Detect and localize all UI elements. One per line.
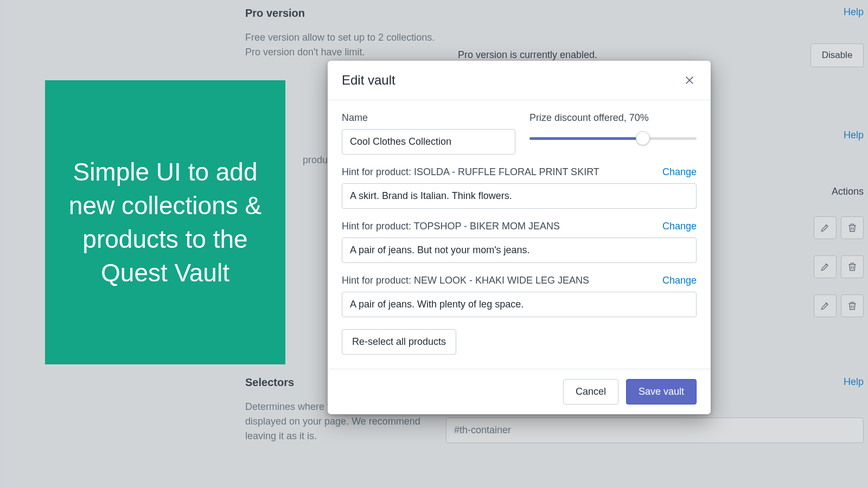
slider-thumb[interactable] xyxy=(636,131,650,145)
promo-callout-text: Simple UI to add new collections & produ… xyxy=(65,155,266,290)
save-vault-button-label: Save vault xyxy=(639,386,684,397)
promo-callout: Simple UI to add new collections & produ… xyxy=(45,80,285,364)
hint-2-label: Hint for product: TOPSHOP - BIKER MOM JE… xyxy=(342,221,560,232)
cancel-button[interactable]: Cancel xyxy=(563,379,618,404)
save-vault-button[interactable]: Save vault xyxy=(626,379,697,404)
name-label: Name xyxy=(342,112,515,124)
reselect-products-button[interactable]: Re-select all products xyxy=(342,329,456,355)
modal-footer: Cancel Save vault xyxy=(328,369,711,414)
modal-body: Name Prize discount offered, 70% Hint fo… xyxy=(328,100,711,369)
hint-3-change-link[interactable]: Change xyxy=(662,275,697,286)
discount-label: Prize discount offered, 70% xyxy=(529,112,697,124)
modal-header: Edit vault xyxy=(328,61,711,100)
hint-2-change-link[interactable]: Change xyxy=(662,221,697,232)
modal-title: Edit vault xyxy=(342,73,395,88)
hint-1-input[interactable] xyxy=(342,183,697,209)
edit-vault-modal: Edit vault Name Prize discount offered, … xyxy=(328,61,711,414)
hint-1-label: Hint for product: ISOLDA - RUFFLE FLORAL… xyxy=(342,166,599,178)
cancel-button-label: Cancel xyxy=(576,386,606,397)
slider-fill xyxy=(529,137,643,140)
hint-3-label: Hint for product: NEW LOOK - KHAKI WIDE … xyxy=(342,275,589,286)
hint-3-input[interactable] xyxy=(342,292,697,317)
left-edge-strip xyxy=(0,0,7,488)
hint-1-change-link[interactable]: Change xyxy=(662,166,697,178)
discount-slider[interactable] xyxy=(529,129,697,147)
close-icon xyxy=(684,74,695,86)
close-button[interactable] xyxy=(682,73,697,87)
hint-2-input[interactable] xyxy=(342,237,697,263)
reselect-products-label: Re-select all products xyxy=(352,336,446,347)
name-input[interactable] xyxy=(342,129,515,155)
